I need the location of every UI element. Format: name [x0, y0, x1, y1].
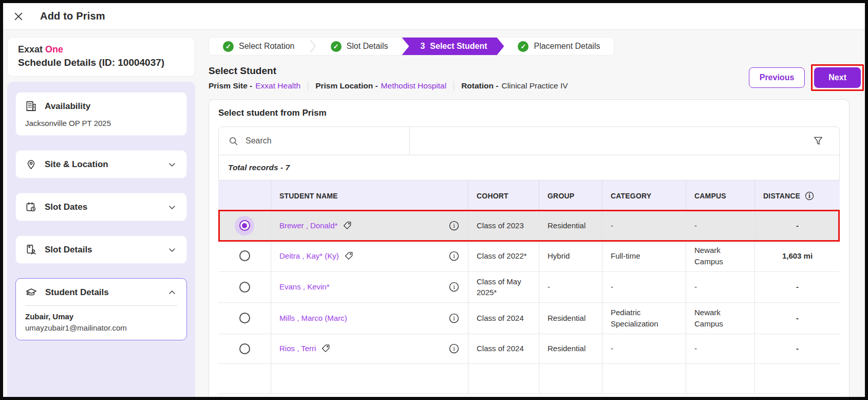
table-row[interactable]: Mills , Marco (Marc) i Class of 2024 Res…	[218, 303, 840, 334]
distance-cell: 1,603 mi	[755, 241, 840, 272]
selected-student-email: umayzubair1@mailinator.com	[25, 323, 177, 332]
group-cell: Residential	[539, 211, 602, 241]
slot-details-header[interactable]: Slot Details	[25, 244, 177, 256]
student-name-link[interactable]: Deitra , Kay* (Ky)	[279, 250, 339, 262]
schedule-details-title: Schedule Details (ID: 10004037)	[18, 57, 184, 68]
table-row[interactable]: Deitra , Kay* (Ky) i Class of 2022* Hybr…	[218, 241, 840, 272]
campus-cell	[686, 364, 755, 394]
step-placement-details[interactable]: ✓ Placement Details	[504, 38, 614, 55]
chevron-down-icon[interactable]	[167, 202, 177, 212]
context-meta: Prism Site -Exxat Health Prism Location …	[209, 81, 575, 90]
student-radio[interactable]	[235, 246, 254, 266]
info-icon[interactable]: i	[448, 343, 460, 354]
search-input[interactable]	[246, 136, 400, 146]
info-icon[interactable]: i	[448, 220, 460, 231]
search-box[interactable]	[219, 127, 410, 155]
category-cell	[602, 364, 686, 394]
schedule-sidebar: ExxatOne Schedule Details (ID: 10004037)…	[7, 37, 195, 397]
group-cell: Hybrid	[539, 241, 602, 272]
check-icon: ✓	[331, 41, 342, 52]
info-icon[interactable]: i	[448, 313, 460, 324]
table-row[interactable]: i	[218, 364, 840, 394]
student-details-header[interactable]: Student Details	[25, 286, 177, 299]
student-details-label: Student Details	[45, 287, 109, 298]
previous-button[interactable]: Previous	[749, 67, 805, 88]
student-selection-panel: Select student from Prism Total records …	[209, 99, 850, 397]
table-header-row: STUDENT NAME COHORT GROUP CATEGORY CAMPU…	[218, 180, 840, 211]
total-records: Total records - 7	[218, 155, 840, 180]
availability-label: Availability	[45, 101, 90, 112]
close-icon[interactable]	[12, 10, 25, 23]
table-row[interactable]: Rios , Terri i Class of 2024 Residential…	[218, 334, 840, 364]
step-separator-chevron-icon	[309, 38, 317, 55]
chevron-up-icon[interactable]	[167, 287, 177, 298]
calendar-icon	[25, 201, 37, 213]
rotation-value: Clinical Practice IV	[501, 81, 568, 90]
cohort-cell	[468, 364, 539, 394]
cohort-cell: Class of May 2025*	[468, 272, 539, 303]
student-name-link[interactable]: Mills , Marco (Marc)	[279, 313, 347, 324]
campus-cell: -	[686, 211, 755, 241]
distance-cell: -	[755, 272, 840, 303]
students-table: STUDENT NAME COHORT GROUP CATEGORY CAMPU…	[218, 180, 840, 397]
cohort-cell: Class of 2023	[468, 211, 539, 241]
radio-column-header	[218, 180, 271, 211]
student-radio[interactable]	[235, 216, 254, 235]
info-icon[interactable]: i	[804, 191, 815, 201]
check-icon: ✓	[223, 41, 234, 52]
info-icon[interactable]: i	[448, 250, 460, 262]
table-row[interactable]: Brewer , Donald* i Class of 2023 Residen…	[218, 211, 840, 241]
svg-text:i: i	[453, 315, 455, 322]
col-student-name: STUDENT NAME	[271, 180, 468, 211]
category-cell: Pediatric Specialization	[602, 303, 686, 334]
svg-text:i: i	[453, 252, 455, 260]
category-cell: -	[602, 334, 686, 364]
cohort-cell: Class of 2022*	[468, 241, 539, 272]
search-filter-bar	[218, 126, 840, 155]
step-select-student-active[interactable]: 3 Select Student	[402, 38, 504, 55]
slot-dates-label: Slot Dates	[45, 202, 87, 212]
category-cell: Full-time	[602, 241, 686, 272]
student-name-link[interactable]: Rios , Terri	[279, 343, 316, 354]
site-location-header[interactable]: Site & Location	[25, 158, 177, 170]
student-name-link[interactable]: Evans , Kevin*	[279, 281, 330, 293]
info-icon[interactable]: i	[448, 281, 460, 293]
tag-icon	[342, 221, 352, 231]
chevron-down-icon[interactable]	[167, 245, 177, 255]
slot-dates-header[interactable]: Slot Dates	[25, 201, 177, 213]
prism-location-link[interactable]: Methodist Hospital	[381, 81, 447, 90]
tag-icon	[344, 251, 354, 261]
chevron-down-icon[interactable]	[167, 159, 177, 170]
selected-student-name: Zubair, Umay	[25, 312, 177, 321]
group-cell: Residential	[539, 334, 602, 364]
prism-site-link[interactable]: Exxat Health	[255, 81, 300, 90]
table-row[interactable]: Evans , Kevin* i Class of May 2025* - - …	[218, 272, 840, 303]
student-radio[interactable]	[235, 277, 254, 297]
search-icon	[228, 136, 239, 147]
col-distance: DISTANCE i	[755, 180, 840, 211]
availability-header: Availability	[25, 100, 177, 112]
check-icon: ✓	[518, 41, 529, 52]
step-label: Select Rotation	[239, 42, 295, 51]
student-radio[interactable]	[235, 308, 254, 328]
svg-text:i: i	[808, 192, 810, 198]
svg-text:i: i	[453, 222, 455, 229]
group-cell: Residential	[539, 303, 602, 334]
campus-cell: Newark Campus	[686, 303, 755, 334]
col-category: CATEGORY	[602, 180, 686, 211]
step-select-rotation[interactable]: ✓ Select Rotation	[209, 38, 309, 55]
step-label: Slot Details	[347, 42, 388, 51]
student-radio[interactable]	[235, 339, 254, 358]
step-slot-details[interactable]: ✓ Slot Details	[317, 38, 402, 55]
svg-text:i: i	[453, 345, 455, 352]
slot-form-icon	[25, 244, 37, 256]
filter-funnel-icon[interactable]	[813, 135, 824, 147]
tag-icon	[320, 343, 331, 354]
group-cell	[539, 364, 602, 394]
campus-cell: Newark Campus	[686, 241, 755, 272]
next-button[interactable]: Next	[814, 67, 861, 88]
student-name-link[interactable]: Brewer , Donald*	[279, 220, 337, 231]
step-label: Placement Details	[534, 42, 600, 51]
brand-logo: ExxatOne	[18, 44, 184, 55]
slot-details-label: Slot Details	[45, 245, 92, 255]
